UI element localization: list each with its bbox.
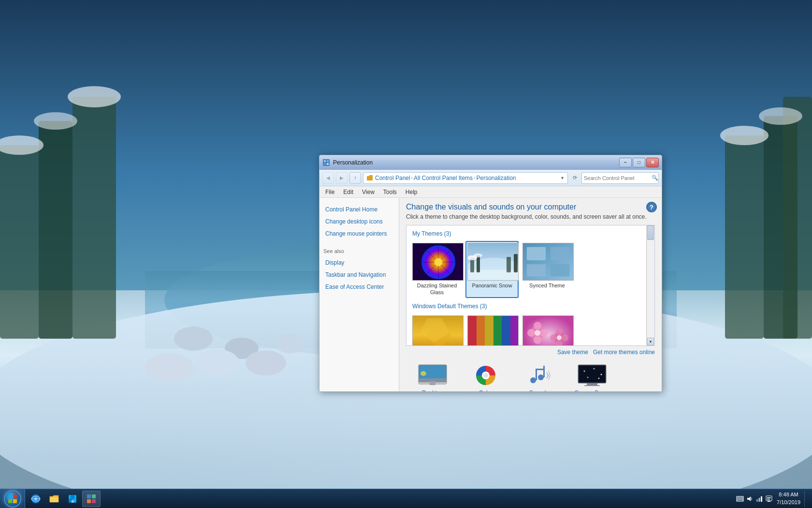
action-center-icon[interactable]: [765, 495, 773, 503]
menu-help[interactable]: Help: [402, 188, 421, 196]
svg-rect-114: [737, 498, 738, 499]
svg-point-63: [540, 329, 548, 337]
screensaver-option[interactable]: Screen Saver Blank: [566, 360, 619, 391]
forward-button[interactable]: ▶: [336, 172, 348, 184]
svg-rect-23: [324, 160, 326, 162]
svg-rect-125: [767, 497, 771, 498]
svg-rect-116: [740, 498, 741, 499]
taskbar-store[interactable]: S: [64, 491, 81, 507]
theme-panoramic[interactable]: Panoramic Snow: [465, 241, 519, 298]
svg-rect-124: [768, 501, 770, 502]
sidebar-display[interactable]: Display: [323, 257, 395, 269]
svg-rect-111: [739, 497, 740, 498]
svg-rect-4: [0, 145, 39, 339]
theme-colorful[interactable]: Windows (Colorful): [465, 314, 519, 346]
personalization-window: Personalization − □ ✕ ◀ ▶ ↑ Control Pane…: [319, 155, 662, 392]
svg-point-64: [535, 330, 540, 336]
search-box[interactable]: 🔍: [581, 172, 659, 184]
address-breadcrumb: Control Panel › All Control Panel Items …: [375, 175, 558, 181]
up-button[interactable]: ↑: [349, 172, 361, 184]
svg-rect-122: [761, 496, 762, 502]
keyboard-icon[interactable]: [736, 495, 744, 503]
scrollbar-down[interactable]: ▼: [647, 338, 654, 345]
sidebar-taskbar[interactable]: Taskbar and Navigation: [323, 269, 395, 281]
sidebar-control-panel-home[interactable]: Control Panel Home: [323, 204, 395, 216]
svg-rect-117: [741, 498, 742, 499]
taskbar-ie[interactable]: [27, 491, 44, 507]
search-button[interactable]: 🔍: [652, 175, 658, 181]
sidebar-change-desktop-icons[interactable]: Change desktop icons: [323, 216, 395, 228]
svg-rect-92: [8, 494, 12, 498]
breadcrumb-all-items[interactable]: All Control Panel Items: [414, 175, 473, 181]
sounds-option[interactable]: Sounds Windows Default: [512, 360, 566, 391]
theme-windows-preview: [412, 315, 464, 346]
minimize-button[interactable]: −: [619, 158, 632, 167]
window-controls: − □ ✕: [619, 158, 659, 167]
theme-actions: Save theme Get more themes online: [406, 349, 655, 356]
volume-icon[interactable]: [746, 495, 754, 503]
content-subtitle: Click a theme to change the desktop back…: [406, 213, 655, 220]
theme-flowers[interactable]: Flowers: [521, 314, 574, 346]
svg-point-68: [550, 334, 557, 341]
svg-rect-57: [510, 316, 519, 346]
taskbar-controlpanel[interactable]: [82, 491, 101, 507]
taskbar: S: [0, 489, 812, 508]
screensaver-icon: [577, 363, 608, 388]
help-icon[interactable]: ?: [646, 202, 657, 212]
sidebar-ease[interactable]: Ease of Access Center: [323, 281, 395, 293]
svg-rect-118: [738, 500, 742, 501]
svg-rect-115: [739, 498, 740, 499]
color-option[interactable]: Color Automatic: [459, 360, 512, 391]
get-more-themes-link[interactable]: Get more themes online: [593, 349, 655, 356]
ie-icon-svg: [30, 493, 41, 504]
ie-icon: [30, 493, 42, 505]
menu-tools[interactable]: Tools: [379, 188, 401, 196]
svg-rect-40: [514, 254, 518, 272]
search-input[interactable]: [584, 175, 651, 181]
default-themes-grid: Windows: [410, 314, 651, 346]
theme-dazzling[interactable]: Dazzling Stained Glass: [410, 241, 464, 298]
svg-point-86: [594, 368, 595, 370]
bottom-options: Desktop Background Slide Show: [406, 360, 655, 391]
theme-synced[interactable]: Synced Theme: [521, 241, 574, 298]
address-bar[interactable]: Control Panel › All Control Panel Items …: [363, 172, 568, 184]
svg-text:S: S: [71, 499, 74, 504]
network-icon[interactable]: [755, 495, 763, 503]
svg-rect-38: [477, 255, 480, 272]
scrollbar[interactable]: ▲ ▼: [646, 225, 654, 345]
theme-colorful-preview: [467, 315, 519, 346]
scrollbar-thumb[interactable]: [647, 225, 654, 240]
menu-file[interactable]: File: [321, 188, 338, 196]
svg-point-20: [145, 353, 193, 382]
window-title-left: Personalization: [322, 159, 373, 166]
cp-icon-svg: [86, 493, 97, 504]
sounds-icon: [523, 363, 554, 388]
refresh-button[interactable]: ⟳: [570, 173, 580, 183]
breadcrumb-personalization[interactable]: Personalization: [476, 175, 516, 181]
flowers-svg: [523, 316, 574, 346]
svg-point-42: [474, 254, 482, 257]
svg-point-74: [420, 371, 426, 376]
breadcrumb-control-panel[interactable]: Control Panel: [375, 175, 410, 181]
svg-point-77: [483, 373, 488, 378]
desktop-bg-label: Desktop Background: [408, 389, 457, 391]
back-button[interactable]: ◀: [322, 172, 334, 184]
theme-windows[interactable]: Windows: [410, 314, 464, 346]
svg-point-66: [556, 329, 563, 335]
svg-point-33: [435, 258, 442, 266]
sidebar-change-mouse-pointers[interactable]: Change mouse pointers: [323, 228, 395, 240]
menu-view[interactable]: View: [358, 188, 378, 196]
taskbar-explorer[interactable]: [45, 491, 63, 507]
svg-rect-105: [87, 494, 91, 498]
menu-edit[interactable]: Edit: [339, 188, 357, 196]
dropdown-button[interactable]: ▼: [560, 176, 565, 180]
desktop-background-option[interactable]: Desktop Background Slide Show: [406, 360, 459, 391]
maximize-button[interactable]: □: [633, 158, 645, 167]
theme-panoramic-preview: [467, 243, 519, 281]
themes-scroll-container[interactable]: My Themes (3): [406, 225, 655, 346]
close-button[interactable]: ✕: [646, 158, 659, 167]
show-desktop-button[interactable]: [804, 491, 808, 507]
save-theme-link[interactable]: Save theme: [557, 349, 588, 356]
taskbar-clock[interactable]: 8:48 AM 7/10/2019: [777, 491, 800, 506]
start-button[interactable]: [0, 489, 25, 508]
